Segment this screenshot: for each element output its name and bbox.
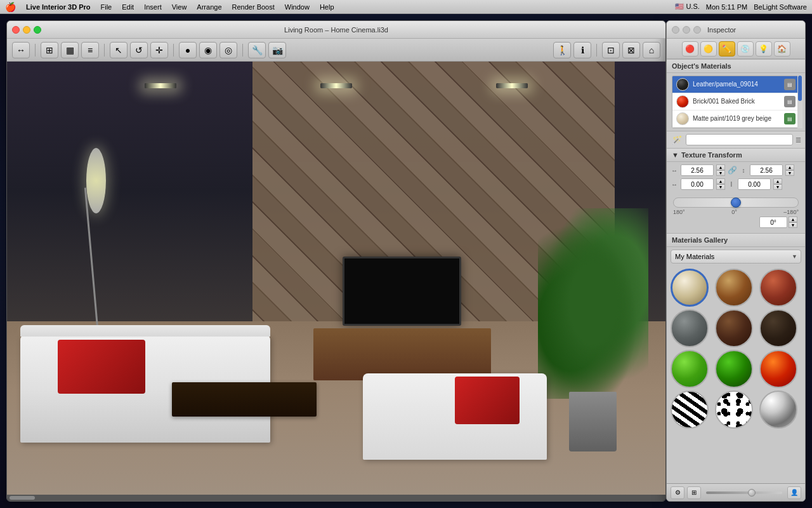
tx-width-up[interactable]: ▲	[716, 164, 725, 170]
menu-view[interactable]: View	[172, 3, 187, 11]
tx-height-input[interactable]	[750, 164, 783, 176]
gallery-dropdown-row: My Materials All Materials Wood Stone Me…	[667, 247, 805, 266]
menu-window[interactable]: Window	[285, 3, 310, 11]
tx-link-icon[interactable]: 🔗	[728, 166, 737, 175]
tx-offsetx-input[interactable]	[681, 178, 714, 190]
close-button[interactable]	[12, 26, 20, 34]
tx-offsety-down[interactable]: ▼	[773, 184, 782, 190]
area-light-btn[interactable]: ◎	[219, 42, 237, 58]
gallery-thumb-stone[interactable]	[671, 309, 709, 347]
menubar-brand: BeLight Software	[754, 3, 807, 11]
tx-width-stepper: ▲ ▼	[716, 164, 725, 176]
home-btn[interactable]: ⌂	[643, 42, 660, 58]
insp-tab-object[interactable]: 🔴	[682, 41, 698, 57]
wand-row: 🪄 ☰	[667, 131, 805, 148]
material-item-0[interactable]: Leather/pamela_09014 ▤	[672, 76, 799, 93]
menu-insert[interactable]: Insert	[144, 3, 162, 11]
rotation-input[interactable]	[759, 217, 787, 228]
menu-render-boost[interactable]: Render Boost	[232, 3, 275, 11]
menu-arrange[interactable]: Arrange	[197, 3, 221, 11]
tx-offset-row: ↔ ▲ ▼ I ▲ ▼	[671, 178, 801, 190]
material-item-2[interactable]: Matte paint/1019 grey beige ▤	[672, 110, 799, 128]
rotate-tool[interactable]: ↺	[130, 42, 148, 58]
room-scene	[7, 62, 665, 495]
materials-scroll-thumb[interactable]	[798, 76, 802, 101]
tx-height-up[interactable]: ▲	[785, 164, 794, 170]
tx-offsetx-down[interactable]: ▼	[716, 184, 725, 190]
insp-tab-texture[interactable]: ✏️	[719, 41, 735, 57]
insp-maximize[interactable]	[693, 26, 701, 34]
minimize-button[interactable]	[23, 26, 30, 34]
menu-edit[interactable]: Edit	[122, 3, 134, 11]
view-btn[interactable]: ▦	[61, 42, 79, 58]
menu-help[interactable]: Help	[320, 3, 334, 11]
rotation-thumb[interactable]	[731, 197, 741, 208]
insp-tab-material[interactable]: 🟡	[700, 41, 717, 57]
gallery-thumb-wood[interactable]	[715, 269, 753, 307]
inspector-traffic-lights	[672, 26, 701, 34]
floor-plan-btn[interactable]: ⊞	[41, 42, 58, 58]
wand-menu-icon[interactable]: ☰	[796, 137, 801, 144]
point-light-btn[interactable]: ●	[179, 42, 197, 58]
insp-settings-btn[interactable]: ⚙	[671, 486, 684, 499]
nav-back-forward[interactable]: ↔	[12, 42, 30, 58]
tx-width-down[interactable]: ▼	[716, 170, 725, 176]
walk-btn[interactable]: 🚶	[553, 42, 571, 58]
insp-slider-thumb[interactable]	[748, 489, 756, 497]
insp-size-slider[interactable]	[706, 491, 782, 494]
list-btn[interactable]: ≡	[81, 42, 99, 58]
insp-grid-btn[interactable]: ⊞	[687, 486, 701, 499]
gallery-thumb-zebra[interactable]	[671, 391, 709, 429]
gallery-thumb-green-dark[interactable]	[715, 350, 753, 388]
gallery-thumb-cream[interactable]	[671, 269, 709, 307]
toolbar-sep-5	[596, 44, 597, 57]
gallery-thumb-chrome[interactable]	[759, 391, 797, 429]
materials-scrollbar[interactable]	[797, 76, 802, 128]
3d-viewport[interactable]	[7, 62, 665, 495]
tx-offsety-input[interactable]	[738, 178, 771, 190]
maximize-button[interactable]	[34, 26, 41, 34]
materials-gallery-label: Materials Gallery	[672, 236, 728, 244]
tx-offsetx-up[interactable]: ▲	[716, 178, 725, 184]
rotation-track[interactable]	[673, 197, 799, 208]
tx-height-stepper: ▲ ▼	[785, 164, 794, 176]
gallery-thumb-dark-wood[interactable]	[715, 309, 753, 347]
gallery-thumb-fire[interactable]	[759, 350, 797, 388]
gallery-thumb-spots[interactable]	[715, 391, 753, 429]
view-3d-btn[interactable]: ⊠	[622, 42, 640, 58]
insp-close[interactable]	[672, 26, 679, 34]
insp-person-btn[interactable]: 👤	[787, 486, 801, 499]
rotation-down[interactable]: ▼	[789, 222, 797, 228]
tx-width-input[interactable]	[681, 164, 714, 176]
horizontal-scrollbar[interactable]	[7, 495, 665, 501]
menu-file[interactable]: File	[100, 3, 112, 11]
insp-tab-room[interactable]: 🏠	[774, 41, 790, 57]
camera-btn[interactable]: 📷	[268, 42, 286, 58]
insp-tab-render[interactable]: 💿	[737, 41, 754, 57]
info-btn[interactable]: ℹ	[573, 42, 591, 58]
gallery-thumb-green-bright[interactable]	[671, 350, 709, 388]
wand-search-input[interactable]	[686, 134, 793, 145]
sofa-right[interactable]	[363, 373, 547, 460]
material-item-1[interactable]: Brick/001 Baked Brick ▤	[672, 93, 799, 110]
insp-minimize[interactable]	[683, 26, 690, 34]
spot-light-btn[interactable]: ◉	[199, 42, 217, 58]
tx-offsety-up[interactable]: ▲	[773, 178, 782, 184]
wand-button[interactable]: 🪄	[671, 133, 683, 146]
app-name[interactable]: Live Interior 3D Pro	[26, 3, 90, 11]
scroll-thumb[interactable]	[10, 496, 35, 500]
gallery-dropdown[interactable]: My Materials All Materials Wood Stone Me…	[671, 250, 801, 264]
insp-tab-light[interactable]: 💡	[756, 41, 772, 57]
tx-height-down[interactable]: ▼	[785, 170, 794, 176]
rotation-up[interactable]: ▲	[789, 217, 797, 222]
gallery-thumb-brick[interactable]	[759, 269, 797, 307]
view-2d-btn[interactable]: ⊡	[602, 42, 620, 58]
coffee-table[interactable]	[172, 382, 317, 417]
gallery-thumb-dark[interactable]	[759, 309, 797, 347]
move-tool[interactable]: ✛	[150, 42, 168, 58]
apple-menu[interactable]: 🍎	[5, 2, 16, 12]
material-swatch-1	[676, 95, 689, 108]
material-btn[interactable]: 🔧	[248, 42, 266, 58]
lamp-shade	[86, 148, 106, 213]
select-tool[interactable]: ↖	[110, 42, 128, 58]
